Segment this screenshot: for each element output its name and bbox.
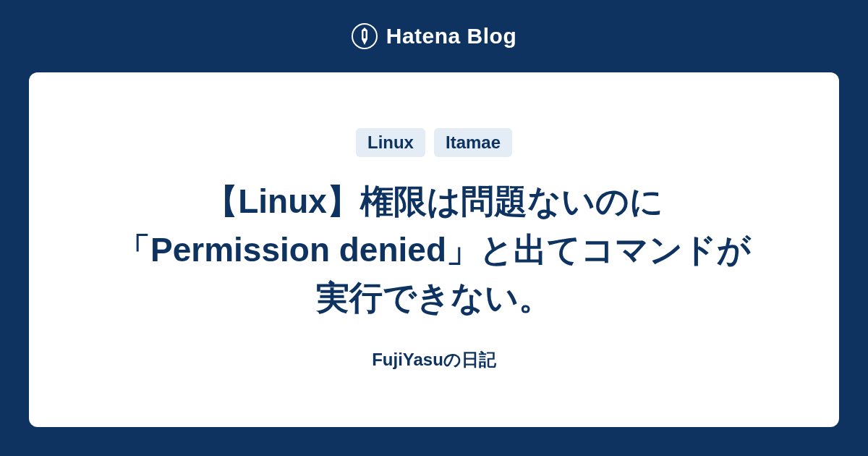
blog-author: FujiYasuの日記 — [372, 348, 496, 371]
hatena-logo-icon — [352, 23, 378, 49]
article-card: Linux Itamae 【Linux】権限は問題ないのに「Permission… — [29, 72, 839, 427]
tag-list: Linux Itamae — [356, 128, 512, 157]
header: Hatena Blog — [352, 0, 517, 72]
tag[interactable]: Linux — [356, 128, 425, 157]
article-title: 【Linux】権限は問題ないのに「Permission denied」と出てコマ… — [109, 177, 760, 322]
tag[interactable]: Itamae — [434, 128, 512, 157]
brand-name: Hatena Blog — [386, 24, 517, 48]
svg-rect-1 — [363, 31, 365, 38]
